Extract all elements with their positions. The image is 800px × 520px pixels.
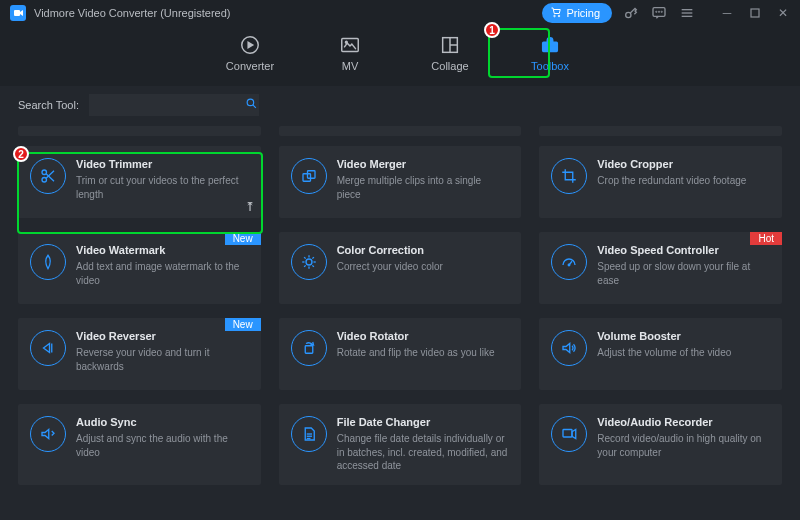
hot-badge: Hot bbox=[750, 232, 782, 245]
file-date-icon bbox=[291, 416, 327, 452]
svg-line-35 bbox=[304, 265, 306, 267]
svg-point-2 bbox=[559, 15, 561, 17]
svg-point-20 bbox=[247, 99, 254, 106]
card-title: Video/Audio Recorder bbox=[597, 416, 768, 428]
search-box bbox=[89, 94, 259, 116]
rotate-icon bbox=[291, 330, 327, 366]
pricing-button[interactable]: Pricing bbox=[542, 3, 612, 23]
card-file-date-changer[interactable]: File Date Changer Change file date detai… bbox=[279, 404, 522, 485]
card-audio-sync[interactable]: Audio Sync Adjust and sync the audio wit… bbox=[18, 404, 261, 485]
card-desc: Correct your video color bbox=[337, 260, 508, 274]
annotation-number-1: 1 bbox=[484, 22, 500, 38]
stub-card bbox=[18, 126, 261, 136]
feedback-icon[interactable] bbox=[650, 4, 668, 22]
cart-icon bbox=[550, 6, 562, 20]
card-desc: Change file date details individually or… bbox=[337, 432, 508, 473]
close-button[interactable]: ✕ bbox=[776, 6, 790, 20]
svg-point-1 bbox=[554, 15, 556, 17]
card-video-speed[interactable]: Hot Video Speed Controller Speed up or s… bbox=[539, 232, 782, 304]
svg-point-38 bbox=[569, 264, 571, 266]
svg-rect-18 bbox=[543, 42, 558, 51]
svg-rect-27 bbox=[307, 171, 315, 179]
svg-point-3 bbox=[626, 12, 631, 17]
window-controls: ─ ✕ bbox=[720, 6, 790, 20]
card-title: Video Speed Controller bbox=[597, 244, 768, 256]
search-icon[interactable] bbox=[239, 97, 264, 113]
card-title: Video Watermark bbox=[76, 244, 247, 256]
card-volume-booster[interactable]: Volume Booster Adjust the volume of the … bbox=[539, 318, 782, 390]
card-video-rotator[interactable]: Video Rotator Rotate and flip the video … bbox=[279, 318, 522, 390]
app-title: Vidmore Video Converter (Unregistered) bbox=[34, 7, 230, 19]
menu-icon[interactable] bbox=[678, 4, 696, 22]
audio-sync-icon bbox=[30, 416, 66, 452]
svg-point-23 bbox=[42, 178, 47, 183]
speed-icon bbox=[551, 244, 587, 280]
card-video-audio-recorder[interactable]: Video/Audio Recorder Record video/audio … bbox=[539, 404, 782, 485]
key-icon[interactable] bbox=[622, 4, 640, 22]
color-icon bbox=[291, 244, 327, 280]
stub-card bbox=[539, 126, 782, 136]
watermark-icon bbox=[30, 244, 66, 280]
mv-icon bbox=[339, 34, 361, 56]
new-badge: New bbox=[225, 318, 261, 331]
svg-point-14 bbox=[345, 41, 347, 43]
card-color-correction[interactable]: Color Correction Correct your video colo… bbox=[279, 232, 522, 304]
card-title: Video Reverser bbox=[76, 330, 247, 342]
card-desc: Reverse your video and turn it backwards bbox=[76, 346, 247, 373]
card-title: Video Merger bbox=[337, 158, 508, 170]
card-video-trimmer[interactable]: Video Trimmer Trim or cut your videos to… bbox=[18, 146, 261, 218]
main-nav: Converter MV Collage Toolbox bbox=[0, 26, 800, 86]
title-icons: ─ ✕ bbox=[622, 4, 790, 22]
svg-rect-44 bbox=[563, 430, 572, 438]
nav-converter[interactable]: Converter bbox=[225, 34, 275, 72]
nav-toolbox[interactable]: Toolbox bbox=[525, 34, 575, 72]
tool-grid: Video Trimmer Trim or cut your videos to… bbox=[0, 118, 800, 520]
card-video-cropper[interactable]: Video Cropper Crop the redundant video f… bbox=[539, 146, 782, 218]
search-input[interactable] bbox=[89, 99, 239, 111]
nav-label: Collage bbox=[431, 60, 468, 72]
cards-grid: Video Trimmer Trim or cut your videos to… bbox=[18, 146, 782, 485]
maximize-button[interactable] bbox=[748, 6, 762, 20]
card-desc: Record video/audio in high quality on yo… bbox=[597, 432, 768, 459]
nav-label: MV bbox=[342, 60, 359, 72]
card-desc: Trim or cut your videos to the perfect l… bbox=[76, 174, 247, 201]
card-desc: Add text and image watermark to the vide… bbox=[76, 260, 247, 287]
merge-icon bbox=[291, 158, 327, 194]
new-badge: New bbox=[225, 232, 261, 245]
svg-rect-26 bbox=[303, 174, 311, 182]
card-title: Volume Booster bbox=[597, 330, 768, 342]
svg-rect-0 bbox=[14, 10, 20, 16]
pricing-label: Pricing bbox=[566, 7, 600, 19]
card-desc: Rotate and flip the video as you like bbox=[337, 346, 508, 360]
card-title: Video Cropper bbox=[597, 158, 768, 170]
svg-rect-40 bbox=[305, 346, 313, 354]
card-title: Audio Sync bbox=[76, 416, 247, 428]
annotation-number-2: 2 bbox=[13, 146, 29, 162]
app-logo-icon bbox=[10, 5, 26, 21]
card-title: Video Rotator bbox=[337, 330, 508, 342]
nav-label: Converter bbox=[226, 60, 274, 72]
card-title: Color Correction bbox=[337, 244, 508, 256]
card-video-watermark[interactable]: New Video Watermark Add text and image w… bbox=[18, 232, 261, 304]
toolbox-icon bbox=[539, 34, 561, 56]
search-label: Search Tool: bbox=[18, 99, 79, 111]
svg-point-6 bbox=[659, 11, 660, 12]
card-desc: Crop the redundant video footage bbox=[597, 174, 768, 188]
stub-card bbox=[279, 126, 522, 136]
svg-line-21 bbox=[253, 105, 256, 108]
nav-mv[interactable]: MV bbox=[325, 34, 375, 72]
volume-icon bbox=[551, 330, 587, 366]
svg-line-33 bbox=[304, 257, 306, 259]
minimize-button[interactable]: ─ bbox=[720, 6, 734, 20]
expand-icon[interactable]: ⤒ bbox=[245, 200, 255, 214]
card-desc: Adjust the volume of the video bbox=[597, 346, 768, 360]
scissors-icon bbox=[30, 158, 66, 194]
svg-line-36 bbox=[312, 257, 314, 259]
card-video-merger[interactable]: Video Merger Merge multiple clips into a… bbox=[279, 146, 522, 218]
reverse-icon bbox=[30, 330, 66, 366]
nav-collage[interactable]: Collage bbox=[425, 34, 475, 72]
svg-point-7 bbox=[661, 11, 662, 12]
card-desc: Merge multiple clips into a single piece bbox=[337, 174, 508, 201]
title-bar: Vidmore Video Converter (Unregistered) P… bbox=[0, 0, 800, 26]
card-video-reverser[interactable]: New Video Reverser Reverse your video an… bbox=[18, 318, 261, 390]
